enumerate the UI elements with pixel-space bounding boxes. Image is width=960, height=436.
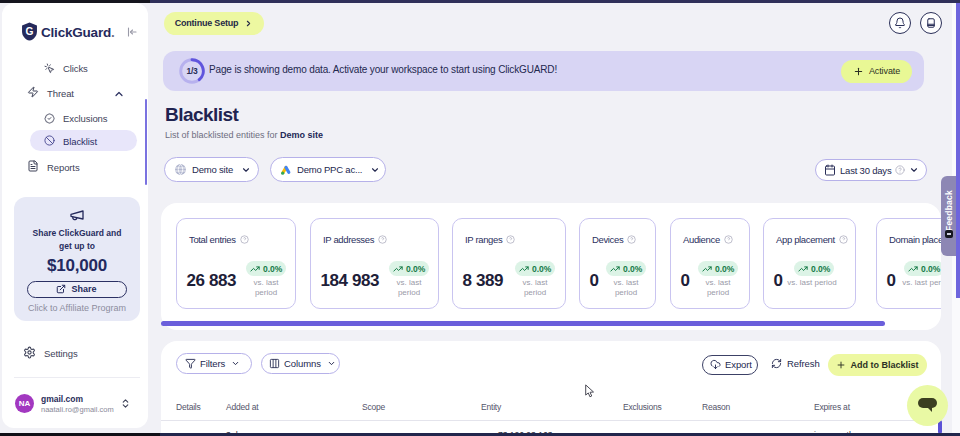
svg-text:G: G	[26, 26, 34, 37]
svg-text:1/3: 1/3	[187, 66, 198, 76]
